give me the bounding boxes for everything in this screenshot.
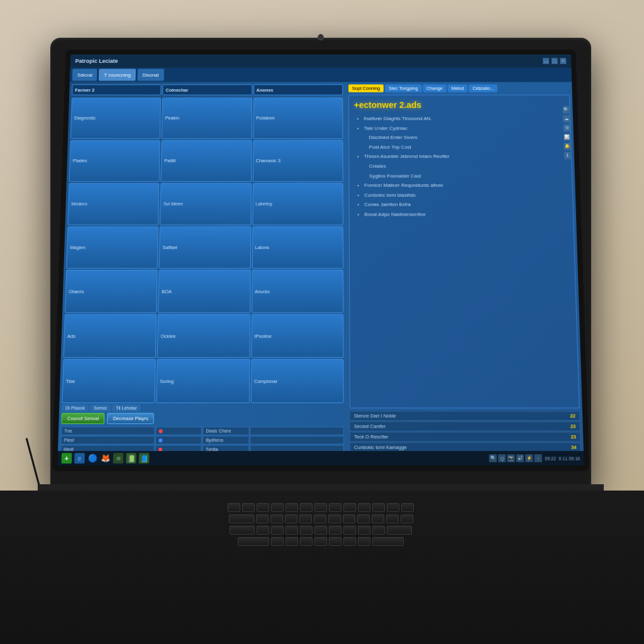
cell-1-3[interactable]: Podatom: [253, 97, 343, 138]
key[interactable]: [271, 537, 284, 546]
key[interactable]: [286, 503, 298, 512]
counof-senval-button[interactable]: Counof Senval: [61, 413, 104, 425]
tray-search[interactable]: 🔍: [489, 454, 497, 462]
maximize-button[interactable]: □: [552, 58, 558, 64]
key-rshift[interactable]: [372, 537, 404, 546]
st-cell-2-3[interactable]: Bydhens: [203, 436, 250, 445]
cell-5-1[interactable]: Otaeris: [65, 270, 158, 313]
cell-2-2[interactable]: Patlilt: [161, 140, 252, 182]
key[interactable]: [401, 503, 414, 512]
key[interactable]: [257, 503, 269, 512]
bottom-tab-2[interactable]: Sernio: [90, 404, 111, 411]
cell-3-1[interactable]: Modero: [67, 183, 159, 225]
key[interactable]: [256, 514, 269, 523]
cell-2-3[interactable]: Chamasic 3: [253, 140, 343, 182]
cell-2-1[interactable]: Plades: [69, 140, 160, 182]
other-icon-1[interactable]: ⚛: [113, 453, 124, 464]
st-cell-1-3[interactable]: Deals Chere: [203, 426, 250, 435]
minimize-button[interactable]: —: [543, 58, 549, 64]
key[interactable]: [228, 503, 240, 512]
key[interactable]: [286, 537, 298, 546]
key[interactable]: [387, 503, 399, 512]
cell-6-2[interactable]: Ocklee: [157, 314, 250, 358]
key[interactable]: [300, 537, 313, 546]
right-tab-2[interactable]: Stec Tongping: [385, 84, 421, 92]
cell-4-3[interactable]: Latons: [252, 226, 343, 269]
info-icon[interactable]: ℹ: [564, 152, 572, 159]
cell-4-1[interactable]: Magien: [66, 226, 158, 269]
key[interactable]: [343, 514, 355, 523]
cell-3-2[interactable]: Svi Meen: [160, 183, 251, 225]
cell-7-2[interactable]: Soring: [157, 359, 250, 403]
key-shift[interactable]: [238, 537, 269, 546]
tray-1[interactable]: Q: [498, 454, 506, 462]
key[interactable]: [270, 514, 283, 523]
st-cell-1-1[interactable]: Tne: [61, 426, 155, 435]
tray-2[interactable]: 📷: [508, 454, 516, 462]
key[interactable]: [358, 526, 370, 535]
key[interactable]: [285, 514, 297, 523]
tray-5[interactable]: ↑: [535, 454, 543, 462]
key[interactable]: [329, 526, 341, 535]
key[interactable]: [386, 514, 399, 523]
key[interactable]: [372, 503, 385, 512]
right-tab-4[interactable]: Melod: [448, 84, 468, 92]
key[interactable]: [328, 514, 341, 523]
bottom-tab-3[interactable]: Tli Lehotar: [112, 404, 141, 411]
settings-icon[interactable]: ⚙: [564, 125, 571, 132]
other-icon-2[interactable]: 📗: [126, 453, 136, 464]
key[interactable]: [401, 514, 413, 523]
key[interactable]: [314, 537, 327, 546]
cell-7-3[interactable]: Complonar: [251, 359, 344, 403]
tab-sdicral[interactable]: Sdicral: [72, 69, 97, 80]
firefox-icon[interactable]: 🦊: [100, 453, 111, 464]
ie-icon[interactable]: e: [74, 453, 85, 464]
key[interactable]: [343, 537, 356, 546]
key[interactable]: [357, 514, 370, 523]
key[interactable]: [329, 503, 341, 512]
cell-4-2[interactable]: Saffael: [159, 226, 251, 269]
tab-tcoucning[interactable]: T councning: [99, 69, 136, 80]
start-button[interactable]: +: [62, 453, 72, 464]
key-caps[interactable]: [230, 526, 255, 535]
key[interactable]: [300, 503, 313, 512]
cell-3-3[interactable]: Lahetny: [252, 183, 343, 225]
tray-3[interactable]: 🔊: [516, 454, 525, 462]
key[interactable]: [372, 526, 385, 535]
key[interactable]: [358, 503, 370, 512]
cell-5-2[interactable]: BOA: [158, 270, 250, 313]
bell-icon[interactable]: 🔔: [564, 143, 571, 150]
cell-5-3[interactable]: Anuoto: [252, 270, 343, 313]
key[interactable]: [329, 537, 341, 546]
key[interactable]: [286, 526, 298, 535]
key[interactable]: [314, 514, 326, 523]
cloud-icon[interactable]: ☁: [563, 115, 570, 123]
cell-7-1[interactable]: Tibe: [62, 359, 156, 403]
key[interactable]: [271, 526, 284, 535]
key[interactable]: [257, 526, 269, 535]
right-tab-5[interactable]: Cidizatio...: [469, 84, 497, 92]
cell-6-1[interactable]: Ads: [64, 314, 157, 358]
close-button[interactable]: ✕: [560, 58, 566, 64]
key[interactable]: [343, 526, 356, 535]
cell-6-3[interactable]: IPooline: [251, 314, 343, 358]
key[interactable]: [314, 503, 327, 512]
st-cell-2-1[interactable]: Plest: [60, 436, 154, 445]
key-tab[interactable]: [229, 514, 254, 523]
key[interactable]: [242, 503, 255, 512]
tray-4[interactable]: ⚡: [525, 454, 533, 462]
decrease-playrs-button[interactable]: Decrease Playrs: [107, 413, 154, 425]
right-tab-1[interactable]: Sopt Conning: [348, 84, 384, 92]
key[interactable]: [271, 503, 284, 512]
key[interactable]: [300, 526, 313, 535]
other-icon-3[interactable]: 📘: [139, 453, 150, 464]
bottom-tab-1[interactable]: Di Ptasok: [62, 404, 89, 411]
key[interactable]: [358, 537, 370, 546]
key[interactable]: [299, 514, 312, 523]
cell-1-2[interactable]: Peakin: [162, 97, 252, 138]
key[interactable]: [372, 514, 384, 523]
cell-1-1[interactable]: Diagnostic: [70, 97, 161, 138]
chart-icon[interactable]: 📊: [564, 133, 571, 141]
key[interactable]: [314, 526, 327, 535]
tab-disonal[interactable]: Disonal: [137, 69, 164, 80]
